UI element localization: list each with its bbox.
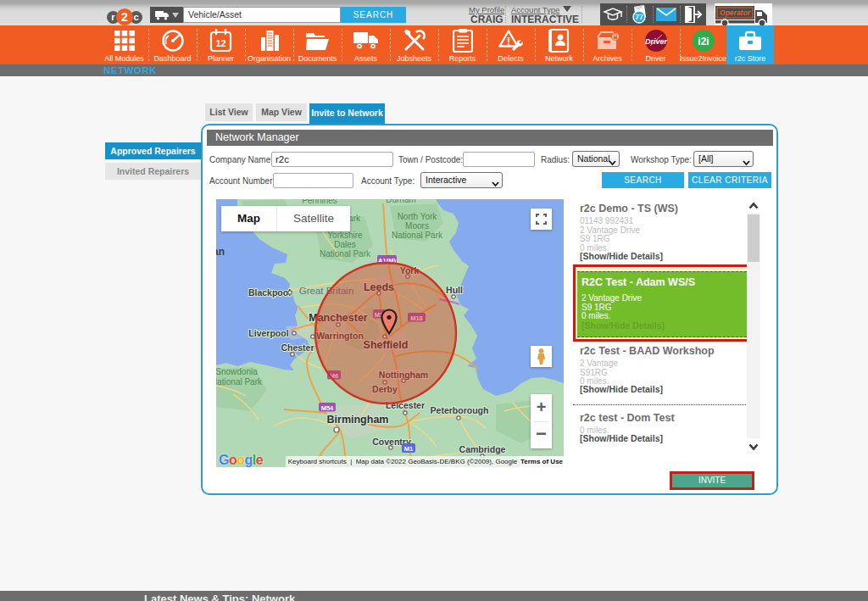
svg-text:Pennines: Pennines	[302, 199, 337, 205]
svg-text:12: 12	[215, 38, 225, 48]
svg-text:!: !	[506, 35, 510, 47]
svg-text:M54: M54	[321, 404, 334, 412]
svg-text:an: an	[216, 246, 225, 258]
svg-text:National Park: National Park	[320, 249, 371, 259]
svg-text:Operator: Operator	[720, 8, 751, 17]
svg-text:77: 77	[635, 13, 643, 21]
svg-text:Moors: Moors	[405, 221, 429, 231]
svg-text:Chester: Chester	[281, 342, 314, 353]
svg-text:Yorkshire: Yorkshire	[327, 231, 363, 240]
svg-text:National Park: National Park	[392, 231, 443, 240]
svg-text:Durham: Durham	[386, 199, 416, 204]
svg-text:Driver: Driver	[644, 37, 667, 46]
svg-text:Birmingham: Birmingham	[327, 414, 389, 426]
svg-text:Snowdonia: Snowdonia	[216, 367, 258, 376]
svg-text:Cambridge: Cambridge	[459, 444, 506, 454]
svg-text:Dales: Dales	[334, 240, 356, 249]
svg-text:Liverpool: Liverpool	[248, 328, 288, 338]
svg-text:North York: North York	[398, 212, 438, 221]
svg-text:M1: M1	[404, 445, 413, 453]
svg-text:National Park: National Park	[216, 377, 263, 387]
svg-text:Peterborough: Peterborough	[431, 405, 489, 415]
svg-text:Blackpool: Blackpool	[248, 287, 291, 298]
svg-text:i2i: i2i	[698, 36, 709, 47]
svg-text:Hull: Hull	[446, 285, 463, 295]
